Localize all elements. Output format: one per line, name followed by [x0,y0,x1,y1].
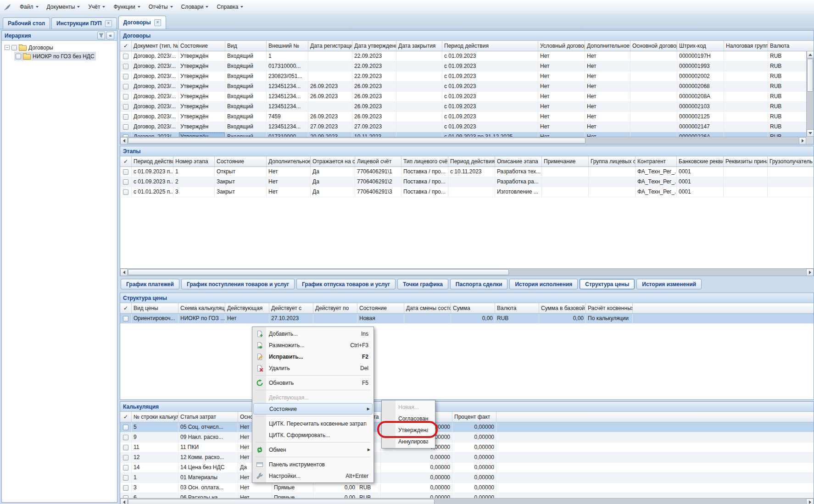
subtab-0[interactable]: График платежей [121,279,179,289]
row-checkbox[interactable] [123,179,128,185]
row-select-cell[interactable] [120,187,132,197]
row-checkbox[interactable] [123,94,128,100]
tree-node-checkbox[interactable] [11,45,17,50]
grid-row[interactable]: с 01.01.2025 п...3ЗакрытНетДа7706406291\… [120,187,814,197]
menu-item-toolbar[interactable]: Панель инструментов [253,459,373,470]
menu-item-state-approved[interactable]: Утверждена... [383,424,434,436]
column-header[interactable]: Действует по [313,303,357,313]
scroll-up-button[interactable] [807,51,814,58]
row-select-cell[interactable] [120,432,132,442]
column-header[interactable]: Дополнительное с [585,41,630,51]
row-select-cell[interactable] [120,483,132,493]
column-header[interactable]: Схема калькуляци [178,303,225,313]
scroll-down-button[interactable] [807,129,814,137]
grid-row[interactable]: 606 Расходы на ...НетПрямые0,00RUB0,0000… [120,493,814,498]
scroll-thumb[interactable] [128,138,585,144]
grid-row[interactable]: Договор, 2023/...УтверждёнВходящий123451… [120,102,814,112]
row-select-cell[interactable] [120,422,132,432]
row-select-cell[interactable] [120,463,132,472]
grid-row[interactable]: Договор, 2023/...УтверждёнВходящий122.09… [120,51,814,61]
column-header[interactable]: ✓ [120,412,132,422]
column-header[interactable]: Лицевой счёт [355,156,401,166]
column-header[interactable]: Процент факт [452,412,496,422]
column-header[interactable]: Дата утверждения [352,41,396,51]
grid-row[interactable]: 909 Накл. расхо...Нет0,000000,00000 [120,432,814,443]
grid-row[interactable]: с 01.09.2023 п...1ОткрытНетДа7706406291\… [120,167,814,177]
row-select-cell[interactable] [120,443,132,452]
column-header[interactable]: Действующая [225,303,269,313]
column-header[interactable]: Контрагент [636,156,677,166]
menu-item-refresh[interactable]: ОбновитьF5 [253,377,373,388]
grid-row[interactable]: Ориентировоч...НИОКР по ГОЗ ...Нет27.10.… [120,314,814,324]
column-header[interactable]: № строки калькул [132,412,178,422]
row-select-cell[interactable] [120,102,132,111]
row-checkbox[interactable] [123,465,128,471]
filter-button[interactable] [97,32,105,39]
scroll-track[interactable] [128,498,806,504]
subtab-7[interactable]: История изменений [636,279,702,289]
row-checkbox[interactable] [123,169,128,175]
menu-item-edit[interactable]: Исправить...F2 [253,351,373,362]
row-select-cell[interactable] [120,112,132,122]
column-header[interactable]: Тип лицевого счёт [401,156,448,166]
menu-item-settings[interactable]: Настройки...Alt+Enter [253,470,373,482]
row-checkbox[interactable] [123,316,128,321]
tree-node-root[interactable]: − Договоры [3,43,55,52]
tab-close-icon[interactable]: × [105,20,112,27]
window-tab-2[interactable]: Договоры× [118,16,166,29]
contracts-vertical-scrollbar[interactable] [806,51,814,137]
scroll-track[interactable] [128,269,806,276]
window-tab-0[interactable]: Рабочий стол [3,17,50,29]
row-select-cell[interactable] [120,473,132,482]
column-header[interactable]: Внешний № [267,41,308,51]
menu-item-duplicate[interactable]: Размножить...Ctrl+F3 [253,339,373,351]
row-select-cell[interactable] [120,82,132,91]
column-header[interactable]: ✓ [120,156,132,166]
grid-row[interactable]: 1111 ПКИНет0,000000,00000 [120,443,814,453]
row-checkbox[interactable] [123,445,128,450]
grid-row[interactable]: Договор, 2023/...УтверждёнВходящий230823… [120,72,814,82]
column-header[interactable]: Номер этапа [173,156,215,166]
subtab-2[interactable]: График отпуска товаров и услуг [296,279,396,289]
row-select-cell[interactable] [120,453,132,462]
column-header[interactable]: Грузополучатель [768,156,814,166]
calculation-horizontal-scrollbar[interactable] [120,498,814,504]
menu-item-add[interactable]: Добавить...Ins [253,328,373,339]
scroll-thumb[interactable] [128,499,435,504]
column-header[interactable]: Валюта [495,303,539,313]
row-checkbox[interactable] [123,435,128,440]
row-checkbox[interactable] [123,64,128,69]
column-header[interactable]: Период действия э [448,156,495,166]
grid-row[interactable]: Договор, 2023/...УтверждёнВходящий123451… [120,92,814,102]
column-header[interactable]: Состояние [215,156,267,166]
window-tab-1[interactable]: Инструкции ПУП× [51,17,117,29]
column-header[interactable]: Примечание [542,156,589,166]
column-header[interactable]: Период действия [442,41,538,51]
grid-row[interactable]: с 01.09.2023 п...2ЗакрытНетДа7706406291\… [120,177,814,187]
grid-row[interactable]: Договор, 2023/...УтверждёнВходящий745926… [120,112,814,122]
grid-row[interactable]: 1212 Комм. расхо...Нет0,000000,00000 [120,453,814,463]
row-select-cell[interactable] [120,72,132,81]
column-header[interactable]: ✓ [120,41,132,51]
grid-row[interactable]: Договор, 2023/...УтверждёнВходящий123451… [120,82,814,92]
menubar-item-6[interactable]: Справка [212,1,247,12]
row-checkbox[interactable] [123,425,128,430]
menubar-item-4[interactable]: Отчёты [145,1,177,12]
scroll-left-button[interactable] [120,269,128,276]
stages-horizontal-scrollbar[interactable] [120,268,814,276]
row-select-cell[interactable] [120,493,132,498]
row-select-cell[interactable] [120,167,132,177]
subtab-4[interactable]: Паспорта сделки [450,279,508,289]
row-checkbox[interactable] [123,114,128,120]
menu-item-state-annulled[interactable]: Аннулирована... [383,436,434,447]
column-header[interactable]: Действует с [269,303,313,313]
column-header[interactable]: Сумма в базовой в [539,303,586,313]
column-header[interactable]: Дополнительное с [267,156,311,166]
column-header[interactable]: Сумма [451,303,495,313]
tree-node-checkbox[interactable] [16,54,21,59]
subtab-3[interactable]: Точки графика [397,279,448,289]
menu-item-citk-form[interactable]: ЦИТК. Сформировать... [253,429,373,441]
column-header[interactable]: Дата закрытия [396,41,442,51]
menu-item-state[interactable]: Состояние▶ [253,403,373,415]
row-checkbox[interactable] [123,54,128,59]
